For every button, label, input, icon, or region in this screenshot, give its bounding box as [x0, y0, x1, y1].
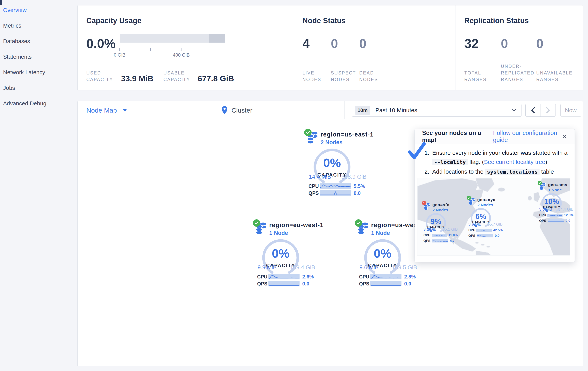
node-map-setup-popover: See your nodes on a map! Follow our conf…: [414, 129, 575, 262]
cpu-value: 5.5%: [354, 183, 365, 189]
capacity-usage-section: Capacity Usage 0.0% 0 GiB 400 GiB USED C…: [86, 5, 297, 90]
close-icon[interactable]: [562, 134, 567, 139]
now-button[interactable]: Now: [560, 104, 581, 117]
popover-title: See your nodes on a map!: [422, 130, 486, 144]
used-capacity: 3.2 GiB: [423, 227, 436, 232]
qps-label: QPS: [468, 234, 477, 238]
qps-value: 0.0: [495, 234, 500, 238]
axis-tick: [212, 48, 212, 51]
live-nodes-count: 4: [303, 37, 331, 50]
gauge-percent: 0%: [312, 156, 352, 170]
sidebar-item-metrics[interactable]: Metrics: [0, 18, 77, 33]
live-nodes-label: LIVE NODES: [303, 70, 331, 83]
code-chip: system.locations: [485, 169, 540, 175]
qps-label: QPS: [359, 281, 370, 287]
locality-nodes-link[interactable]: 2 Nodes: [432, 208, 450, 212]
cpu-value: 2.6%: [302, 274, 314, 280]
axis-tick: [150, 48, 151, 51]
locality-name: geo=sfo: [432, 202, 450, 207]
status-ok-icon: [538, 181, 542, 185]
sidebar-item-network-latency[interactable]: Network Latency: [0, 64, 77, 80]
used-capacity: 3.7 GiB: [468, 222, 481, 227]
cpu-label: CPU: [539, 213, 547, 217]
unavailable-ranges-label: UNAVAILABLE RANGES: [536, 70, 575, 83]
node-status-section: Node Status 4 0 0 LIVE NODES SUSPECT NOD…: [303, 5, 450, 90]
qps-value: 4.7: [450, 239, 455, 243]
qps-label: QPS: [257, 281, 268, 287]
sidebar-item-statements[interactable]: Statements: [0, 49, 77, 64]
status-ok-icon: [355, 219, 362, 227]
locality-group-geo-ams: geo=ams 1 Node 10% CAPACITY 3.6 GiB: [539, 182, 573, 223]
axis-tick-label: 0 GiB: [114, 52, 126, 58]
cpu-label: CPU: [423, 233, 432, 237]
suspect-nodes-count: 0: [331, 37, 359, 50]
node-map-toolbar: Node Map Cluster 10m Past 10 Minutes: [78, 101, 583, 119]
dead-nodes-count: 0: [359, 37, 388, 50]
time-range-label: Past 10 Minutes: [375, 107, 417, 113]
status-ok-icon: [253, 219, 260, 227]
node-map-panel: Node Map Cluster 10m Past 10 Minutes: [77, 101, 583, 366]
used-capacity: 9.9 MiB: [258, 264, 277, 271]
under-replicated-ranges-count: 0: [501, 37, 536, 50]
breadcrumb-label: Cluster: [231, 107, 252, 114]
cluster-summary-panel: Capacity Usage 0.0% 0 GiB 400 GiB USED C…: [77, 5, 583, 90]
cpu-label: CPU: [468, 228, 476, 232]
total-capacity: 65.7 GiB: [487, 222, 503, 227]
section-divider: [297, 5, 297, 90]
qps-sparkline: [268, 281, 300, 286]
step-text: Ensure every node in your cluster was st…: [432, 150, 567, 156]
suspect-nodes-label: SUSPECT NODES: [331, 70, 359, 83]
under-replicated-ranges-label: UNDER-REPLICATED RANGES: [501, 63, 532, 83]
region-nodes-link[interactable]: 2 Nodes: [321, 139, 374, 146]
used-capacity-label: USED CAPACITY: [86, 70, 117, 83]
node-status-title: Node Status: [303, 17, 346, 25]
step-text: flag. (: [468, 159, 484, 165]
sidebar-item-jobs[interactable]: Jobs: [0, 80, 77, 96]
breadcrumb[interactable]: Cluster: [221, 101, 252, 119]
region-group-eu-west-1: region=eu-west-1 1 Node 0% CAPACITY 9.9 …: [257, 222, 315, 287]
chevron-right-icon: [546, 107, 550, 113]
chevron-left-icon: [531, 107, 535, 113]
total-capacity: 169.4 GiB: [290, 264, 315, 271]
region-name: region=eu-west-1: [269, 222, 324, 229]
qps-sparkline: [432, 239, 448, 242]
gauge-percent: 6%: [471, 212, 491, 221]
gauge-percent: 10%: [542, 197, 562, 206]
locality-group-geo-nyc: geo=nyc 2 Nodes 6% CAPACITY 3.7 GiB: [468, 197, 503, 238]
qps-value: 0.0: [354, 190, 361, 196]
view-mode-dropdown[interactable]: Node Map: [86, 101, 127, 119]
cpu-value: 2.8%: [404, 274, 416, 280]
step-text: Add locations to the: [432, 168, 485, 175]
time-range-dropdown[interactable]: 10m Past 10 Minutes: [352, 104, 522, 117]
cpu-value: 42.5%: [493, 228, 503, 232]
gauge-percent: 9%: [426, 217, 446, 226]
sidebar-item-databases[interactable]: Databases: [0, 33, 77, 49]
used-capacity: 9.6 MiB: [359, 264, 378, 271]
cpu-sparkline: [476, 229, 492, 232]
total-capacity: 169.5 GiB: [392, 264, 417, 271]
next-time-button[interactable]: [541, 104, 556, 116]
used-capacity: 14.4 MiB: [309, 174, 331, 180]
axis-tick-label: 400 GiB: [173, 52, 190, 58]
locality-nodes-link[interactable]: 1 Node: [548, 188, 567, 192]
axis-tick: [119, 48, 120, 51]
setup-step-1: 1. Ensure every node in your cluster was…: [424, 148, 567, 167]
total-capacity: 34.4 GiB: [558, 207, 573, 212]
time-pager: [525, 104, 556, 117]
sidebar-item-advanced-debug[interactable]: Advanced Debug: [0, 96, 77, 111]
locality-tree-link[interactable]: See current locality tree: [484, 159, 545, 165]
capacity-bar-reserved-segment: [209, 34, 225, 42]
locality-nodes-link[interactable]: 2 Nodes: [477, 203, 495, 207]
region-group-us-west-1: region=us-west-1 1 Node 0% CAPACITY 9.6 …: [359, 222, 417, 287]
capacity-bar: [120, 34, 225, 42]
configuration-guide-link[interactable]: Follow our configuration guide: [493, 130, 562, 144]
sidebar-item-overview[interactable]: Overview: [0, 2, 77, 18]
prev-time-button[interactable]: [525, 104, 541, 116]
sidebar-nav: Overview Metrics Databases Statements Ne…: [0, 0, 77, 371]
region-name: region=us-east-1: [321, 131, 374, 138]
qps-sparkline: [548, 219, 564, 222]
qps-sparkline: [477, 234, 493, 237]
usable-capacity-label: USABLE CAPACITY: [163, 70, 195, 83]
region-nodes-link[interactable]: 1 Node: [269, 230, 324, 236]
locality-name: geo=nyc: [477, 197, 495, 202]
